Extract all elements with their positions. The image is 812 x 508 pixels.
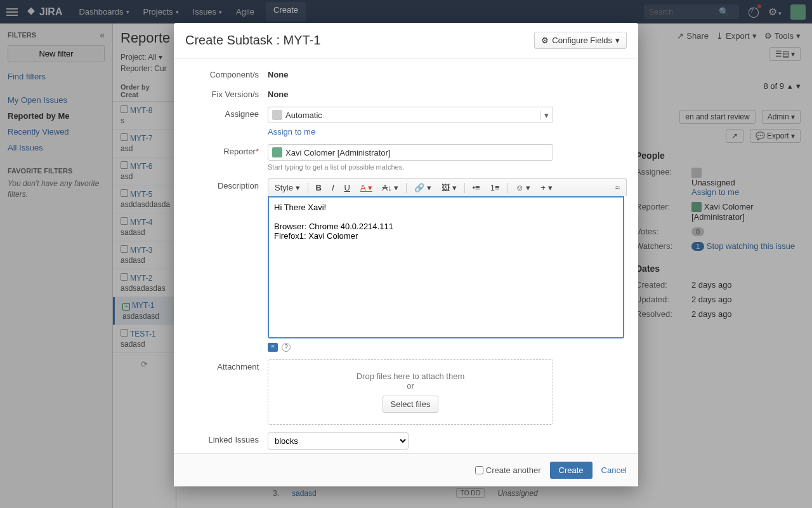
- user-icon: [272, 110, 282, 120]
- more-format-icon[interactable]: A↓ ▾: [380, 182, 402, 194]
- create-subtask-modal: Create Subtask : MYT-1 ⚙Configure Fields…: [174, 23, 638, 486]
- reporter-input[interactable]: Xavi Colomer [Administrator]: [268, 144, 553, 161]
- style-dropdown[interactable]: Style ▾: [272, 182, 303, 194]
- modal-overlay: Create Subtask : MYT-1 ⚙Configure Fields…: [0, 0, 812, 508]
- gear-icon: ⚙: [541, 36, 549, 45]
- wiki-mode-icon[interactable]: ≡: [268, 343, 278, 352]
- text-color-icon[interactable]: A ▾: [358, 182, 375, 194]
- modal-title: Create Subtask : MYT-1: [185, 33, 320, 48]
- description-textarea[interactable]: [268, 196, 624, 338]
- select-files-button[interactable]: Select files: [383, 396, 439, 413]
- plus-icon[interactable]: + ▾: [538, 182, 554, 194]
- help-icon[interactable]: ?: [282, 343, 291, 352]
- create-another-checkbox[interactable]: Create another: [475, 465, 541, 475]
- fixversion-value: None: [268, 87, 627, 99]
- italic-icon[interactable]: I: [329, 182, 337, 194]
- assign-me-link[interactable]: Assign to me: [268, 127, 627, 137]
- link-type-select[interactable]: blocks: [268, 432, 409, 450]
- bold-icon[interactable]: B: [313, 182, 324, 194]
- user-icon: [272, 147, 282, 157]
- configure-fields-button[interactable]: ⚙Configure Fields▾: [534, 32, 627, 49]
- reporter-hint: Start typing to get a list of possible m…: [268, 163, 627, 171]
- create-button[interactable]: Create: [550, 462, 593, 479]
- collapse-toolbar-icon[interactable]: ≈: [613, 182, 622, 194]
- attachment-dropzone[interactable]: Drop files here to attach them or Select…: [268, 359, 553, 425]
- assignee-select[interactable]: Automatic▾: [268, 107, 553, 123]
- emoji-icon[interactable]: ☺ ▾: [513, 182, 534, 194]
- bullet-list-icon[interactable]: •≡: [470, 182, 483, 194]
- link-icon[interactable]: 🔗 ▾: [412, 182, 434, 194]
- number-list-icon[interactable]: 1≡: [488, 182, 502, 194]
- editor-toolbar: Style ▾ B I U A ▾ A↓ ▾ 🔗 ▾ 🖼 ▾ •≡ 1≡ ☺ ▾…: [268, 178, 627, 196]
- underline-icon[interactable]: U: [342, 182, 353, 194]
- image-icon[interactable]: 🖼 ▾: [439, 182, 459, 194]
- components-value: None: [268, 67, 627, 79]
- chevron-down-icon[interactable]: ▾: [540, 110, 549, 120]
- cancel-button[interactable]: Cancel: [601, 465, 627, 475]
